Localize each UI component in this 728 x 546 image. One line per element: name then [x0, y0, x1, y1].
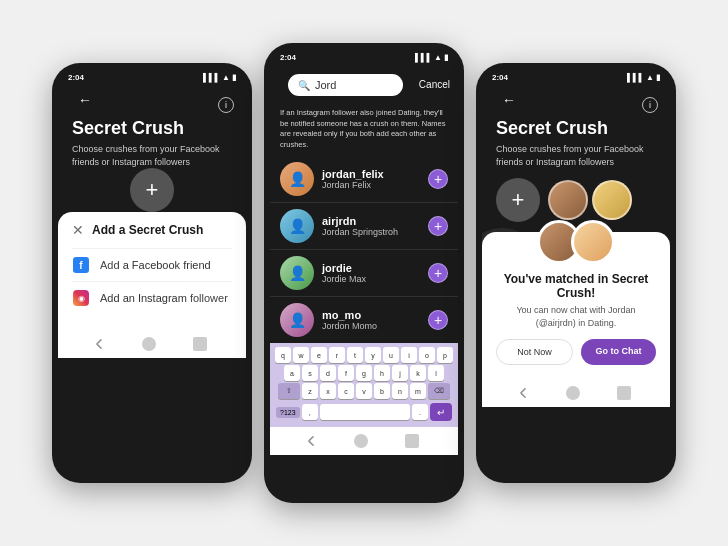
- add-result-3[interactable]: +: [428, 310, 448, 330]
- nav-recent-1[interactable]: [193, 337, 207, 351]
- key-backspace[interactable]: ⌫: [428, 383, 450, 399]
- signal-icon-1: ▌▌▌: [203, 73, 220, 82]
- match-card: You've matched in Secret Crush! You can …: [482, 232, 670, 379]
- avatar-0: 👤: [280, 162, 314, 196]
- back-button-1[interactable]: ←: [78, 92, 92, 106]
- key-comma[interactable]: ,: [302, 404, 318, 420]
- avatar-1: 👤: [280, 209, 314, 243]
- key-u[interactable]: u: [383, 347, 399, 363]
- result-info-0: jordan_felix Jordan Felix: [322, 168, 420, 190]
- kb-row-3: ⇧ z x c v b n m ⌫: [272, 383, 456, 399]
- match-title: You've matched in Secret Crush!: [496, 272, 656, 300]
- status-icons-1: ▌▌▌ ▲ ▮: [203, 73, 236, 82]
- key-v[interactable]: v: [356, 383, 372, 399]
- match-description: You can now chat with Jordan (@airjrdn) …: [496, 304, 656, 329]
- avatar-3: 👤: [280, 303, 314, 337]
- nav-bar-3: [482, 379, 670, 407]
- nav-back-3[interactable]: [519, 388, 530, 399]
- result-name-2: Jordie Max: [322, 274, 420, 284]
- add-result-1[interactable]: +: [428, 216, 448, 236]
- nav-home-3[interactable]: [566, 386, 580, 400]
- key-period[interactable]: .: [412, 404, 428, 420]
- kb-row-2: a s d f g h j k l: [272, 365, 456, 381]
- result-name-1: Jordan Springstroh: [322, 227, 420, 237]
- match-buttons: Not Now Go to Chat: [496, 339, 656, 365]
- key-i[interactable]: i: [401, 347, 417, 363]
- cancel-search-button[interactable]: Cancel: [419, 79, 450, 90]
- result-item-3[interactable]: 👤 mo_mo Jordon Momo +: [270, 297, 458, 343]
- phone-1: 2:04 ▌▌▌ ▲ ▮ ← i Secret Crush Choose cru…: [52, 63, 252, 483]
- key-e[interactable]: e: [311, 347, 327, 363]
- key-t[interactable]: t: [347, 347, 363, 363]
- back-button-3[interactable]: ←: [502, 92, 516, 106]
- status-icons-2: ▌▌▌ ▲ ▮: [415, 53, 448, 62]
- result-item-2[interactable]: 👤 jordie Jordie Max +: [270, 250, 458, 297]
- search-info-text: If an Instagram follower also joined Dat…: [270, 104, 458, 156]
- key-b[interactable]: b: [374, 383, 390, 399]
- search-results-list: 👤 jordan_felix Jordan Felix + 👤 airjrdn …: [270, 156, 458, 343]
- not-now-button[interactable]: Not Now: [496, 339, 573, 365]
- phone-3-screen: 2:04 ▌▌▌ ▲ ▮ ← i Secret Crush Choose cru…: [482, 69, 670, 379]
- key-h[interactable]: h: [374, 365, 390, 381]
- status-bar-3: 2:04 ▌▌▌ ▲ ▮: [482, 69, 670, 84]
- key-d[interactable]: d: [320, 365, 336, 381]
- status-bar-1: 2:04 ▌▌▌ ▲ ▮: [58, 69, 246, 84]
- key-n[interactable]: n: [392, 383, 408, 399]
- add-result-2[interactable]: +: [428, 263, 448, 283]
- nav-recent-3[interactable]: [617, 386, 631, 400]
- info-button-3[interactable]: i: [642, 97, 658, 113]
- bokeh-2: [186, 268, 236, 318]
- go-to-chat-button[interactable]: Go to Chat: [581, 339, 656, 365]
- key-y[interactable]: y: [365, 347, 381, 363]
- key-num[interactable]: ?123: [276, 407, 300, 418]
- nav-bar-1: [58, 330, 246, 358]
- nav-recent-2[interactable]: [405, 434, 419, 448]
- key-q[interactable]: q: [275, 347, 291, 363]
- nav-home-2[interactable]: [354, 434, 368, 448]
- result-item-1[interactable]: 👤 airjrdn Jordan Springstroh +: [270, 203, 458, 250]
- result-info-1: airjrdn Jordan Springstroh: [322, 215, 420, 237]
- phone-2-screen: 2:04 ▌▌▌ ▲ ▮ 🔍 Jord Cancel If an: [270, 49, 458, 427]
- key-r[interactable]: r: [329, 347, 345, 363]
- wifi-icon-3: ▲: [646, 73, 654, 82]
- key-k[interactable]: k: [410, 365, 426, 381]
- info-button-1[interactable]: i: [218, 97, 234, 113]
- add-crush-button-1[interactable]: +: [130, 168, 174, 212]
- key-f[interactable]: f: [338, 365, 354, 381]
- add-crush-button-3[interactable]: +: [496, 178, 540, 222]
- key-c[interactable]: c: [338, 383, 354, 399]
- phone-3-title: Secret Crush: [482, 108, 670, 143]
- add-result-0[interactable]: +: [428, 169, 448, 189]
- key-s[interactable]: s: [302, 365, 318, 381]
- nav-back-2[interactable]: [307, 435, 318, 446]
- battery-icon-2: ▮: [444, 53, 448, 62]
- result-info-3: mo_mo Jordon Momo: [322, 309, 420, 331]
- key-shift[interactable]: ⇧: [278, 383, 300, 399]
- search-bar[interactable]: 🔍 Jord: [288, 74, 403, 96]
- key-g[interactable]: g: [356, 365, 372, 381]
- key-x[interactable]: x: [320, 383, 336, 399]
- key-send[interactable]: ↵: [430, 403, 452, 421]
- nav-home-1[interactable]: [142, 337, 156, 351]
- key-p[interactable]: p: [437, 347, 453, 363]
- status-time-3: 2:04: [492, 73, 508, 82]
- result-handle-3: mo_mo: [322, 309, 420, 321]
- result-name-3: Jordon Momo: [322, 321, 420, 331]
- bokeh-area-1: +: [58, 168, 246, 212]
- phone-2: 2:04 ▌▌▌ ▲ ▮ 🔍 Jord Cancel If an: [264, 43, 464, 503]
- nav-back-1[interactable]: [95, 339, 106, 350]
- search-input[interactable]: Jord: [315, 79, 393, 91]
- result-handle-0: jordan_felix: [322, 168, 420, 180]
- key-m[interactable]: m: [410, 383, 426, 399]
- key-o[interactable]: o: [419, 347, 435, 363]
- scene: 2:04 ▌▌▌ ▲ ▮ ← i Secret Crush Choose cru…: [32, 23, 696, 523]
- wifi-icon-1: ▲: [222, 73, 230, 82]
- result-item-0[interactable]: 👤 jordan_felix Jordan Felix +: [270, 156, 458, 203]
- key-z[interactable]: z: [302, 383, 318, 399]
- key-w[interactable]: w: [293, 347, 309, 363]
- key-l[interactable]: l: [428, 365, 444, 381]
- key-space[interactable]: [320, 404, 410, 420]
- phone-3-inner: 2:04 ▌▌▌ ▲ ▮ ← i Secret Crush Choose cru…: [482, 69, 670, 477]
- key-j[interactable]: j: [392, 365, 408, 381]
- key-a[interactable]: a: [284, 365, 300, 381]
